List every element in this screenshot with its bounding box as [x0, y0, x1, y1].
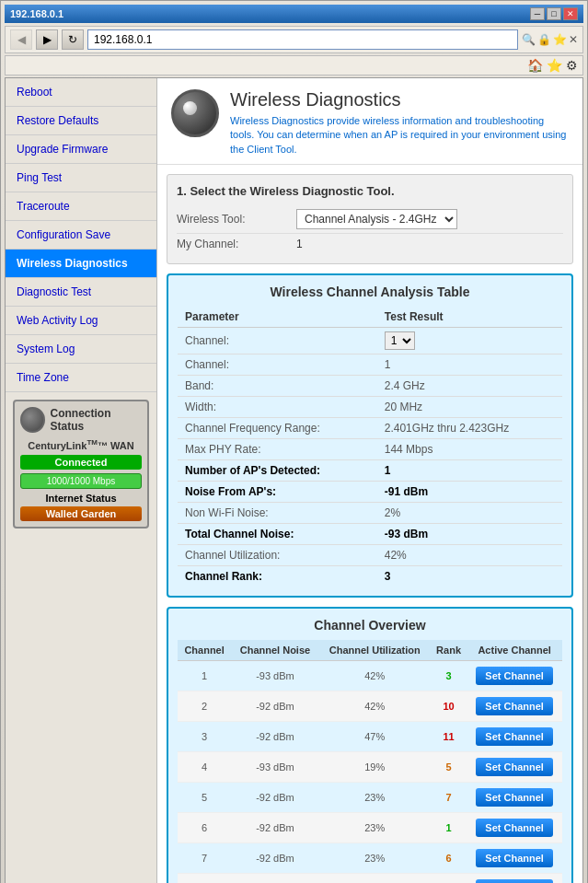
search-icon[interactable]: 🔍 — [522, 33, 536, 46]
wireless-tool-select[interactable]: Channel Analysis - 2.4GHz Channel Analys… — [296, 209, 457, 229]
table-row: Non Wi-Fi Noise:2% — [178, 503, 562, 524]
noise-cell: -93 dBm — [231, 752, 319, 783]
overview-table-container: Channel Overview ChannelChannel NoiseCha… — [167, 607, 573, 883]
table-row: Channel Frequency Range:2.401GHz thru 2.… — [178, 418, 562, 439]
channel-select[interactable]: 1 — [385, 331, 415, 350]
page-subtitle: Wireless Diagnostics provide wireless in… — [230, 114, 569, 157]
table-row: Channel Utilization:42% — [178, 545, 562, 566]
table-row: 2-92 dBm42%10Set Channel — [178, 691, 562, 722]
overview-table-title: Channel Overview — [178, 618, 562, 633]
forward-button[interactable]: ▶ — [36, 29, 58, 50]
title-bar: 192.168.0.1 ─ □ ✕ — [5, 5, 583, 23]
param-cell: Width: — [178, 397, 377, 418]
sidebar-item-restore-defaults[interactable]: Restore Defaults — [6, 107, 156, 135]
channel-cell: 7 — [178, 843, 231, 874]
section1-box: 1. Select the Wireless Diagnostic Tool. … — [167, 174, 573, 264]
value-cell: -93 dBm — [377, 524, 562, 545]
utilization-cell: 19% — [319, 752, 431, 783]
sidebar-item-time-zone[interactable]: Time Zone — [6, 364, 156, 392]
table-row: Max PHY Rate:144 Mbps — [178, 439, 562, 460]
address-input[interactable] — [87, 29, 518, 50]
connection-status-header: Connection Status — [20, 407, 142, 433]
value-cell: 1 — [377, 354, 562, 376]
channel-cell: 8 — [178, 874, 231, 883]
utilization-cell: 23% — [319, 783, 431, 813]
value-cell: 144 Mbps — [377, 439, 562, 460]
channel-cell: 2 — [178, 691, 231, 722]
overview-header-row: ChannelChannel NoiseChannel UtilizationR… — [178, 640, 562, 661]
toolbar: 🏠 ⭐ ⚙ — [5, 55, 583, 76]
rank-cell: 10 — [431, 691, 467, 722]
maximize-button[interactable]: □ — [547, 7, 561, 20]
bookmarks-icon[interactable]: ⭐ — [547, 58, 562, 73]
param-cell: Channel Frequency Range: — [178, 418, 377, 439]
channel-cell: 6 — [178, 813, 231, 843]
set-channel-button[interactable]: Set Channel — [476, 667, 553, 685]
utilization-cell: 42% — [319, 661, 431, 691]
set-channel-button[interactable]: Set Channel — [476, 819, 553, 837]
analysis-col-param: Parameter — [178, 307, 377, 328]
set-channel-button[interactable]: Set Channel — [476, 788, 553, 807]
param-cell: Max PHY Rate: — [178, 439, 377, 460]
sidebar-item-wireless-diagnostics[interactable]: Wireless Diagnostics — [6, 250, 156, 278]
sidebar-item-ping-test[interactable]: Ping Test — [6, 164, 156, 192]
tool-row: Wireless Tool: Channel Analysis - 2.4GHz… — [177, 205, 563, 234]
page-icon — [171, 89, 219, 137]
sidebar-item-diagnostic-test[interactable]: Diagnostic Test — [6, 278, 156, 307]
param-cell: Noise From AP's: — [178, 482, 377, 503]
utilization-cell: 19% — [319, 874, 431, 883]
close-button[interactable]: ✕ — [563, 7, 578, 20]
sidebar-item-web-activity-log[interactable]: Web Activity Log — [6, 307, 156, 335]
value-cell: 1 — [377, 460, 562, 482]
star-icon[interactable]: ⭐ — [553, 33, 567, 46]
set-channel-button[interactable]: Set Channel — [476, 697, 553, 715]
provider-label: CenturyLinkTM™ WAN — [20, 438, 142, 451]
home-icon[interactable]: 🏠 — [527, 58, 543, 73]
set-channel-button[interactable]: Set Channel — [476, 758, 553, 776]
sidebar-item-configuration-save[interactable]: Configuration Save — [6, 221, 156, 250]
refresh-button[interactable]: ↻ — [62, 29, 84, 50]
value-cell: 2.4 GHz — [377, 376, 562, 397]
sidebar-item-reboot[interactable]: Reboot — [6, 78, 156, 107]
set-channel-button[interactable]: Set Channel — [476, 849, 553, 867]
value-cell[interactable]: 1 — [377, 328, 562, 354]
window-controls: ─ □ ✕ — [530, 7, 578, 20]
address-icons: 🔍 🔒 ⭐ ✕ — [522, 33, 578, 46]
param-cell: Channel Utilization: — [178, 545, 377, 566]
noise-cell: -92 dBm — [231, 783, 319, 813]
main-panel: Wireless Diagnostics Wireless Diagnostic… — [157, 78, 582, 883]
table-row: Channel:1 — [178, 354, 562, 376]
page-title: Wireless Diagnostics — [230, 89, 569, 110]
active-channel-cell: Set Channel — [467, 843, 562, 874]
channel-cell: 1 — [178, 661, 231, 691]
param-cell: Channel: — [178, 328, 377, 354]
sidebar-item-traceroute[interactable]: Traceroute — [6, 192, 156, 221]
close-icon[interactable]: ✕ — [569, 33, 578, 46]
minimize-button[interactable]: ─ — [530, 7, 545, 20]
table-row: Noise From AP's:-91 dBm — [178, 482, 562, 503]
table-row: 4-93 dBm19%5Set Channel — [178, 752, 562, 783]
connection-icon — [20, 407, 45, 433]
set-channel-button[interactable]: Set Channel — [476, 727, 553, 746]
rank-cell: 5 — [431, 752, 467, 783]
table-row: 5-92 dBm23%7Set Channel — [178, 783, 562, 813]
param-cell: Channel Rank: — [178, 566, 377, 587]
utilization-cell: 23% — [319, 813, 431, 843]
sidebar: RebootRestore DefaultsUpgrade FirmwarePi… — [6, 78, 157, 883]
value-cell: 2% — [377, 503, 562, 524]
utilization-cell: 23% — [319, 843, 431, 874]
active-channel-cell: Set Channel — [467, 783, 562, 813]
set-channel-button[interactable]: Set Channel — [476, 879, 553, 883]
back-button[interactable]: ◀ — [10, 29, 32, 50]
table-row: Width:20 MHz — [178, 397, 562, 418]
settings-icon[interactable]: ⚙ — [566, 58, 578, 73]
value-cell: 20 MHz — [377, 397, 562, 418]
value-cell: -91 dBm — [377, 482, 562, 503]
sidebar-item-system-log[interactable]: System Log — [6, 335, 156, 364]
sidebar-item-upgrade-firmware[interactable]: Upgrade Firmware — [6, 135, 156, 164]
noise-cell: -93 dBm — [231, 874, 319, 883]
nav-bar: ◀ ▶ ↻ 🔍 🔒 ⭐ ✕ — [5, 26, 583, 53]
table-row: 1-93 dBm42%3Set Channel — [178, 661, 562, 691]
table-row: 7-92 dBm23%6Set Channel — [178, 843, 562, 874]
connection-status-badge: Connected — [20, 455, 142, 470]
